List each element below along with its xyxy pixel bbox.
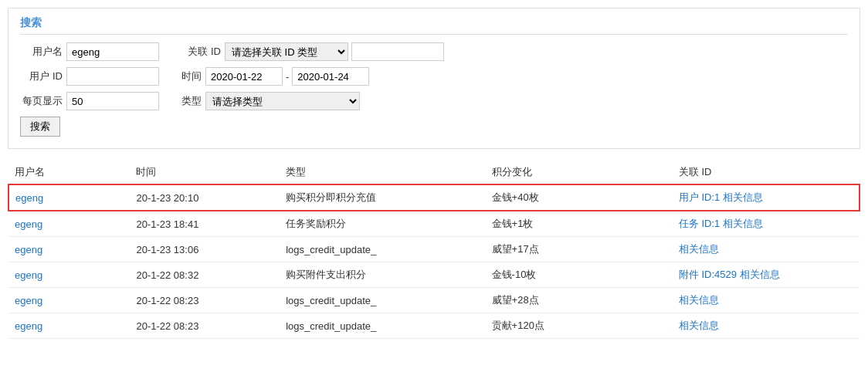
cell-username: egeng	[8, 237, 130, 262]
cell-credit-change: 金钱-10枚	[486, 262, 673, 288]
results-table: 用户名 时间 类型 积分变化 关联 ID egeng20-1-23 20:10购…	[8, 161, 860, 339]
user-id-label: 用户 ID	[20, 69, 63, 83]
cell-time: 20-1-23 20:10	[130, 184, 280, 211]
cell-related-id: 相关信息	[673, 288, 860, 313]
table-header: 用户名 时间 类型 积分变化 关联 ID	[8, 161, 860, 184]
search-title: 搜索	[20, 16, 848, 35]
username-link[interactable]: egeng	[15, 320, 42, 332]
col-header-related: 关联 ID	[673, 161, 860, 184]
table-row: egeng20-1-22 08:23logs_credit_update_威望+…	[8, 288, 860, 313]
per-page-label: 每页显示	[20, 94, 63, 108]
related-id-type-select[interactable]: 请选择关联 ID 类型	[225, 42, 348, 61]
cell-related-id: 任务 ID:1 相关信息	[673, 211, 860, 237]
related-id-link[interactable]: 相关信息	[679, 294, 719, 306]
cell-type: 购买积分即积分充值	[280, 184, 485, 211]
related-id-link[interactable]: 任务 ID:1	[679, 218, 720, 229]
table-row: egeng20-1-23 18:41任务奖励积分金钱+1枚任务 ID:1 相关信…	[8, 211, 860, 237]
cell-related-id: 用户 ID:1 相关信息	[673, 184, 860, 211]
cell-type: logs_credit_update_	[280, 237, 485, 262]
table-row: egeng20-1-22 08:23logs_credit_update_贡献+…	[8, 313, 860, 339]
related-id-link[interactable]: 相关信息	[723, 191, 763, 203]
related-id-link[interactable]: 相关信息	[740, 269, 780, 280]
cell-credit-change: 金钱+40枚	[486, 184, 673, 211]
search-button-row: 搜索	[20, 117, 848, 137]
cell-type: logs_credit_update_	[280, 288, 485, 313]
cell-username: egeng	[8, 313, 130, 339]
cell-related-id: 附件 ID:4529 相关信息	[673, 262, 860, 288]
cell-username: egeng	[8, 211, 130, 237]
username-link[interactable]: egeng	[15, 269, 42, 281]
related-id-link[interactable]: 相关信息	[679, 243, 719, 255]
type-select[interactable]: 请选择类型	[205, 92, 360, 110]
cell-time: 20-1-23 13:06	[130, 237, 280, 262]
time-label: 时间	[175, 69, 202, 83]
related-id-link[interactable]: 用户 ID:1	[679, 191, 720, 203]
username-link[interactable]: egeng	[15, 295, 42, 306]
table-row: egeng20-1-22 08:32购买附件支出积分金钱-10枚附件 ID:45…	[8, 262, 860, 288]
username-link[interactable]: egeng	[15, 218, 42, 230]
cell-related-id: 相关信息	[673, 313, 860, 339]
table-header-row: 用户名 时间 类型 积分变化 关联 ID	[8, 161, 860, 184]
username-label: 用户名	[20, 45, 63, 59]
date-range: -	[205, 67, 369, 86]
time-end-input[interactable]	[292, 67, 369, 86]
cell-username: egeng	[8, 288, 130, 313]
search-section: 搜索 用户名 关联 ID 请选择关联 ID 类型 用户 ID 时间 -	[8, 8, 860, 149]
user-id-group: 用户 ID	[20, 67, 159, 86]
per-page-input[interactable]	[66, 92, 159, 110]
related-id-input[interactable]	[351, 42, 444, 61]
col-header-time: 时间	[130, 161, 280, 184]
cell-username: egeng	[8, 184, 130, 211]
username-link[interactable]: egeng	[15, 244, 42, 255]
time-start-input[interactable]	[205, 67, 283, 86]
table-body: egeng20-1-23 20:10购买积分即积分充值金钱+40枚用户 ID:1…	[8, 184, 860, 339]
cell-credit-change: 威望+28点	[486, 288, 673, 313]
cell-time: 20-1-23 18:41	[130, 211, 280, 237]
col-header-username: 用户名	[8, 161, 130, 184]
date-separator: -	[286, 71, 289, 83]
search-button[interactable]: 搜索	[20, 117, 60, 137]
user-id-input[interactable]	[66, 67, 159, 86]
related-id-link[interactable]: 相关信息	[723, 218, 763, 229]
type-group: 类型 请选择类型	[175, 92, 360, 110]
col-header-credit: 积分变化	[486, 161, 673, 184]
table-row: egeng20-1-23 13:06logs_credit_update_威望+…	[8, 237, 860, 262]
cell-time: 20-1-22 08:32	[130, 262, 280, 288]
cell-credit-change: 金钱+1枚	[486, 211, 673, 237]
cell-username: egeng	[8, 262, 130, 288]
cell-related-id: 相关信息	[673, 237, 860, 262]
cell-credit-change: 威望+17点	[486, 237, 673, 262]
related-id-group: 关联 ID 请选择关联 ID 类型	[175, 42, 444, 61]
form-row-1: 用户名 关联 ID 请选择关联 ID 类型	[20, 42, 848, 61]
type-label: 类型	[175, 94, 202, 108]
cell-type: 购买附件支出积分	[280, 262, 485, 288]
related-id-link[interactable]: 附件 ID:4529	[679, 269, 737, 280]
cell-time: 20-1-22 08:23	[130, 313, 280, 339]
time-group: 时间 -	[175, 67, 369, 86]
form-row-3: 每页显示 类型 请选择类型	[20, 92, 848, 110]
cell-type: logs_credit_update_	[280, 313, 485, 339]
per-page-group: 每页显示	[20, 92, 159, 110]
username-input[interactable]	[66, 42, 159, 61]
username-link[interactable]: egeng	[15, 192, 43, 204]
related-id-label: 关联 ID	[175, 45, 221, 59]
col-header-type: 类型	[280, 161, 485, 184]
form-row-2: 用户 ID 时间 -	[20, 67, 848, 86]
cell-time: 20-1-22 08:23	[130, 288, 280, 313]
related-id-link[interactable]: 相关信息	[679, 320, 719, 331]
cell-credit-change: 贡献+120点	[486, 313, 673, 339]
cell-type: 任务奖励积分	[280, 211, 485, 237]
table-row: egeng20-1-23 20:10购买积分即积分充值金钱+40枚用户 ID:1…	[8, 184, 860, 211]
username-group: 用户名	[20, 42, 159, 61]
